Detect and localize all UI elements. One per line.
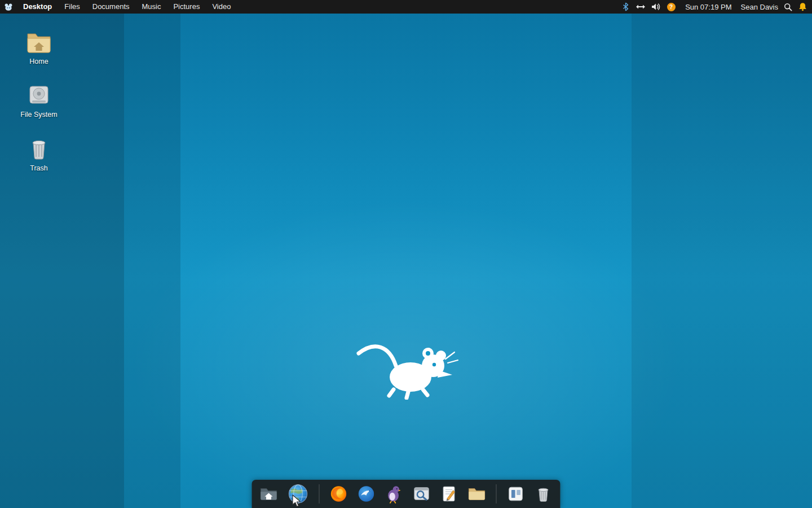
xubuntu-logo-icon: [3, 2, 14, 12]
web-browser-globe-icon: [287, 483, 310, 505]
notifications-bell-icon[interactable]: [797, 2, 807, 12]
menu-pictures[interactable]: Pictures: [167, 0, 206, 14]
desktop-background[interactable]: [0, 0, 812, 508]
dock-app-finder-button[interactable]: [412, 484, 432, 504]
xfce-mouse-logo: [354, 336, 461, 400]
menu-desktop[interactable]: Desktop: [17, 0, 58, 14]
network-icon[interactable]: [636, 2, 646, 12]
dock-file-manager-button[interactable]: [259, 484, 279, 504]
firefox-icon: [329, 484, 348, 503]
menu-video[interactable]: Video: [206, 0, 237, 14]
search-icon[interactable]: [783, 2, 793, 12]
dock-folder-button[interactable]: [467, 484, 487, 504]
applications-menu-button[interactable]: [2, 1, 15, 13]
dock-settings-button[interactable]: [506, 484, 526, 504]
dock: [252, 480, 561, 508]
dock-thunderbird-button[interactable]: [356, 484, 377, 504]
folder-icon: [467, 484, 487, 503]
panel-action-icons: [783, 2, 807, 12]
menu-files[interactable]: Files: [58, 0, 86, 14]
trash-icon: [534, 484, 553, 503]
desktop-icon-file-system[interactable]: File System: [14, 81, 64, 119]
wallpaper-stripe-right: [632, 0, 812, 508]
text-editor-icon: [440, 484, 459, 503]
top-panel: Desktop Files Documents Music Pictures V…: [0, 0, 812, 14]
settings-icon: [506, 484, 526, 503]
help-icon[interactable]: ?: [666, 2, 676, 12]
app-finder-icon: [412, 484, 431, 503]
dock-pidgin-button[interactable]: [384, 484, 404, 504]
menu-documents[interactable]: Documents: [86, 0, 136, 14]
wallpaper-stripe-left-2: [124, 0, 180, 508]
thunderbird-icon: [357, 484, 376, 503]
help-badge: ?: [667, 3, 676, 11]
dock-separator: [496, 484, 497, 503]
bluetooth-icon[interactable]: [620, 2, 630, 12]
volume-icon[interactable]: [651, 2, 661, 12]
dock-separator: [319, 484, 320, 503]
home-folder-icon: [25, 28, 52, 55]
system-tray: ?: [620, 2, 676, 12]
desktop-icon-label: File System: [20, 111, 57, 119]
clock[interactable]: Sun 07:19 PM: [681, 3, 736, 11]
user-menu[interactable]: Sean Davis: [736, 3, 783, 11]
hard-drive-icon: [25, 81, 52, 108]
desktop-icon-home[interactable]: Home: [14, 28, 64, 65]
dock-text-editor-button[interactable]: [439, 484, 460, 504]
desktop-icon-label: Trash: [30, 164, 48, 172]
dock-firefox-button[interactable]: [329, 484, 349, 504]
file-manager-icon: [259, 484, 279, 503]
menu-music[interactable]: Music: [136, 0, 167, 14]
desktop-icon-list: Home File System Trash: [14, 28, 64, 172]
trash-can-icon: [25, 135, 52, 162]
desktop-icon-trash[interactable]: Trash: [14, 135, 64, 172]
pidgin-icon: [385, 484, 404, 503]
dock-trash-button[interactable]: [533, 484, 554, 504]
desktop-icon-label: Home: [29, 58, 48, 65]
dock-web-browser-button[interactable]: [286, 482, 310, 506]
